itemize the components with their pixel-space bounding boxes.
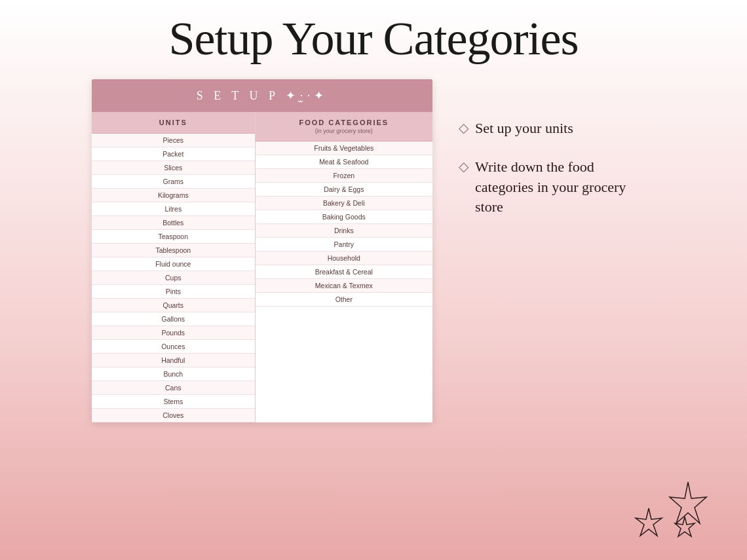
list-item: ◇Set up your units bbox=[459, 119, 655, 139]
categories-column-header: FOOD CATEGORIES (in your grocery store) bbox=[256, 112, 432, 141]
units-column: UNITS PiecesPacketSlicesGramsKilogramsLi… bbox=[92, 112, 256, 422]
document-columns: UNITS PiecesPacketSlicesGramsKilogramsLi… bbox=[92, 112, 432, 422]
table-row: Drinks bbox=[256, 224, 432, 238]
page-title: Setup Your Categories bbox=[0, 0, 747, 73]
document-header: S E T U P ✦·̫·✦ bbox=[92, 79, 432, 112]
table-row: Mexican & Texmex bbox=[256, 279, 432, 293]
table-row: Tablespoon bbox=[92, 244, 255, 257]
categories-column-title: FOOD CATEGORIES bbox=[261, 119, 427, 126]
table-row: Dairy & Eggs bbox=[256, 183, 432, 196]
table-row: Cups bbox=[92, 271, 255, 285]
table-row: Quarts bbox=[92, 299, 255, 312]
main-content: S E T U P ✦·̫·✦ UNITS PiecesPacketSlices… bbox=[0, 73, 747, 422]
table-row: Meat & Seafood bbox=[256, 155, 432, 169]
table-row: Kilograms bbox=[92, 189, 255, 202]
bullet-text: Set up your units bbox=[475, 119, 573, 139]
table-row: Packet bbox=[92, 147, 255, 161]
bullet-text: Write down the food categories in your g… bbox=[475, 157, 639, 217]
categories-column-subtitle: (in your grocery store) bbox=[261, 128, 427, 134]
list-item: ◇Write down the food categories in your … bbox=[459, 157, 655, 217]
stars-decoration bbox=[629, 479, 708, 540]
table-row: Bakery & Deli bbox=[256, 196, 432, 210]
table-row: Pantry bbox=[256, 238, 432, 252]
table-row: Bottles bbox=[92, 216, 255, 230]
table-row: Pints bbox=[92, 285, 255, 299]
table-row: Slices bbox=[92, 161, 255, 175]
table-row: Fluid ounce bbox=[92, 257, 255, 271]
document-card: S E T U P ✦·̫·✦ UNITS PiecesPacketSlices… bbox=[92, 79, 432, 422]
table-row: Cans bbox=[92, 381, 255, 395]
table-row: Fruits & Vegetables bbox=[256, 141, 432, 155]
table-row: Household bbox=[256, 252, 432, 265]
units-column-title: UNITS bbox=[97, 119, 250, 126]
table-row: Teaspoon bbox=[92, 230, 255, 244]
table-row: Pounds bbox=[92, 326, 255, 340]
diamond-icon: ◇ bbox=[459, 120, 469, 136]
units-column-header: UNITS bbox=[92, 112, 255, 134]
table-row: Other bbox=[256, 293, 432, 307]
table-row: Pieces bbox=[92, 134, 255, 147]
table-row: Breakfast & Cereal bbox=[256, 265, 432, 279]
right-panel: ◇Set up your units◇Write down the food c… bbox=[459, 79, 655, 217]
table-row: Grams bbox=[92, 175, 255, 189]
table-row: Stems bbox=[92, 395, 255, 409]
table-row: Frozen bbox=[256, 169, 432, 183]
table-row: Bunch bbox=[92, 367, 255, 381]
table-row: Litres bbox=[92, 202, 255, 216]
table-row: Baking Goods bbox=[256, 210, 432, 224]
diamond-icon: ◇ bbox=[459, 159, 469, 174]
table-row: Ounces bbox=[92, 340, 255, 354]
table-row: Cloves bbox=[92, 409, 255, 422]
units-rows: PiecesPacketSlicesGramsKilogramsLitresBo… bbox=[92, 134, 255, 422]
table-row: Handful bbox=[92, 354, 255, 367]
categories-column: FOOD CATEGORIES (in your grocery store) … bbox=[256, 112, 432, 422]
categories-rows: Fruits & VegetablesMeat & SeafoodFrozenD… bbox=[256, 141, 432, 307]
table-row: Gallons bbox=[92, 312, 255, 326]
